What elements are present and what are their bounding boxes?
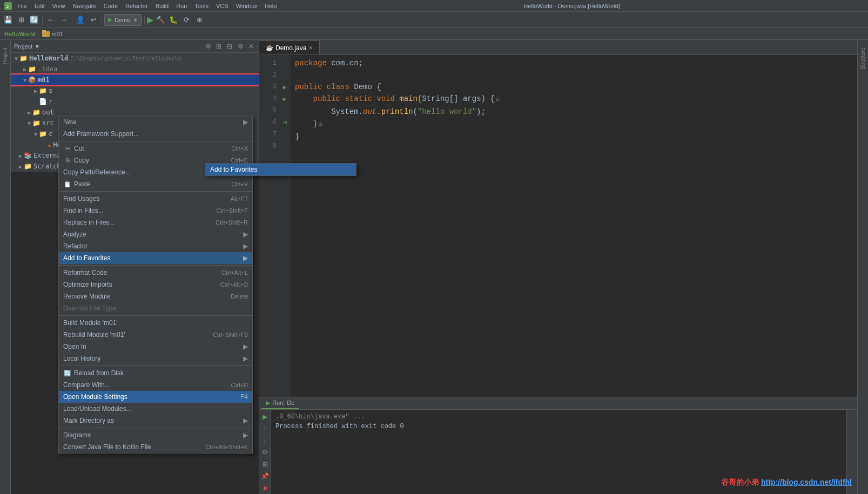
ctx-reload-label: Reload from Disk	[74, 369, 124, 377]
menu-vcs[interactable]: VCS	[213, 2, 232, 10]
code-content[interactable]: package com.cn; public class Demo { publ…	[291, 55, 857, 397]
panel-title: Project ▼	[14, 43, 201, 50]
ctx-open-module-settings[interactable]: Open Module Settings F4	[59, 391, 252, 403]
tree-root[interactable]: ▼ 📁 HelloWorld E:\Dropbox\phoenix\Test\H…	[11, 53, 259, 64]
menu-tools[interactable]: Tools	[191, 2, 212, 10]
bottom-tab-run[interactable]: ▶ Run: De	[261, 397, 299, 409]
layout-btn[interactable]: ⊞	[260, 459, 270, 469]
ctx-open-module-settings-label: Open Module Settings	[63, 393, 127, 401]
panel-expand-icon[interactable]: ⊞	[214, 42, 223, 51]
tab-demo-java[interactable]: ☕ Demo.java ✕	[259, 40, 320, 55]
panel-gear-icon[interactable]: ⚙	[204, 42, 212, 51]
project-strip-btn[interactable]: Project	[2, 48, 8, 64]
menu-file[interactable]: File	[14, 2, 30, 10]
ctx-reformat[interactable]: Reformat Code Ctrl+Alt+L	[59, 267, 252, 279]
menu-navigate[interactable]: Navigate	[69, 2, 99, 10]
panel-close-icon[interactable]: ✕	[247, 42, 255, 51]
ctx-open-in[interactable]: Open In ▶	[59, 341, 252, 353]
ctx-diagrams[interactable]: Diagrams ▶	[59, 429, 252, 441]
profile-btn[interactable]: 👤	[75, 14, 86, 26]
build-btn[interactable]: 🔨	[154, 14, 166, 26]
debug-btn[interactable]: 🐛	[167, 14, 179, 26]
submenu-add-favorites[interactable]: Add to Favorites	[206, 164, 356, 175]
ctx-local-history[interactable]: Local History ▶	[59, 353, 252, 364]
run-arrow-3[interactable]: ▶	[281, 81, 288, 93]
menu-code[interactable]: Code	[100, 2, 121, 10]
ctx-replace-files[interactable]: Replace in Files... Ctrl+Shift+R	[59, 216, 252, 228]
ctx-rebuild-module[interactable]: Rebuild Module 'm01' Ctrl+Shift+F9	[59, 329, 252, 341]
ctx-add-framework[interactable]: Add Framework Support...	[59, 128, 252, 140]
run-again-btn[interactable]: ▶	[260, 412, 270, 422]
ctx-new[interactable]: New ▶	[59, 116, 252, 128]
app-icon: J	[4, 2, 12, 10]
m01-arrow-icon: ▼	[22, 77, 28, 83]
ctx-add-favorites[interactable]: Add to Favorites ▶	[59, 252, 252, 264]
breadcrumb-module[interactable]: m01	[52, 31, 63, 37]
bottom-tabs: ▶ Run: De	[259, 397, 857, 410]
menu-view[interactable]: View	[49, 2, 69, 10]
out-folder-icon: 📁	[32, 109, 41, 116]
menu-run[interactable]: Run	[173, 2, 190, 10]
ctx-compare[interactable]: Compare With... Ctrl+D	[59, 379, 252, 391]
run-button[interactable]: ▶	[147, 15, 153, 25]
refresh-btn[interactable]: 🔄	[28, 14, 40, 26]
watermark-text: 谷哥的小弟	[721, 478, 761, 486]
structure-label[interactable]: Structure	[860, 48, 866, 70]
ctx-paste[interactable]: 📋 Paste Ctrl+V	[59, 178, 252, 190]
extra-btn1[interactable]: ⟳	[180, 14, 192, 26]
tree-m01[interactable]: ▼ 📦 m01	[11, 75, 259, 85]
menu-build[interactable]: Build	[152, 2, 172, 10]
panel-collapse-icon[interactable]: ⊟	[225, 42, 234, 51]
s-arrow-icon: ▶	[32, 88, 39, 94]
panel-settings-icon[interactable]: ⚙	[236, 42, 245, 51]
ctx-find-files-label: Find in Files...	[63, 207, 104, 214]
menu-window[interactable]: Window	[233, 2, 260, 10]
sync-btn[interactable]: ⊞	[15, 14, 27, 26]
save-all-btn[interactable]: 💾	[2, 14, 14, 26]
gutter-7	[281, 128, 288, 140]
svg-text:J: J	[6, 4, 9, 9]
menu-edit[interactable]: Edit	[31, 2, 48, 10]
tree-r[interactable]: ▶ 📄 r	[11, 96, 259, 107]
menu-help[interactable]: Help	[261, 2, 280, 10]
out-arrow-icon: ▶	[26, 110, 32, 116]
ctx-find-files[interactable]: Find in Files... Ctrl+Shift+F	[59, 205, 252, 216]
ctx-optimize[interactable]: Optimize Imports Ctrl+Alt+O	[59, 279, 252, 290]
ctx-build-module[interactable]: Build Module 'm01'	[59, 317, 252, 329]
tab-close-icon[interactable]: ✕	[308, 45, 313, 51]
ctx-reload[interactable]: 🔄 Reload from Disk	[59, 367, 252, 379]
tree-r-label: r	[49, 98, 52, 105]
undo-btn[interactable]: ↩	[88, 14, 99, 26]
ctx-mark-dir[interactable]: Mark Directory as ▶	[59, 415, 252, 427]
ctx-rebuild-module-label: Rebuild Module 'm01'	[63, 331, 125, 339]
tree-c-label: c	[49, 130, 52, 138]
scroll-up-btn[interactable]: ↑	[260, 424, 270, 434]
extra-btn2[interactable]: ⊕	[193, 14, 205, 26]
breadcrumb-project[interactable]: HelloWorld	[4, 31, 36, 37]
project-panel-container: Project ▼ ⚙ ⊞ ⊟ ⚙ ✕ ▼ 📁 HelloWorld E:\Dr…	[11, 40, 259, 494]
pin-btn[interactable]: 📌	[260, 471, 270, 481]
menu-refactor[interactable]: Refactor	[122, 2, 151, 10]
ctx-find-usages[interactable]: Find Usages Alt+F7	[59, 193, 252, 205]
ctx-cut[interactable]: ✂ Cut Ctrl+X	[59, 143, 252, 154]
ctx-remove-module-label: Remove Module	[63, 293, 110, 300]
toolbar: 💾 ⊞ 🔄 ← → 👤 ↩ ▶ Demo ▼ ▶ 🔨 🐛 ⟳ ⊕	[0, 12, 868, 28]
ctx-add-framework-label: Add Framework Support...	[63, 130, 139, 138]
ctx-refactor[interactable]: Refactor ▶	[59, 240, 252, 252]
tree-s[interactable]: ▶ 📁 s	[11, 85, 259, 96]
ctx-convert-kotlin[interactable]: Convert Java File to Kotlin File Ctrl+Al…	[59, 441, 252, 453]
ctx-remove-module[interactable]: Remove Module Delete	[59, 290, 252, 302]
forward-btn[interactable]: →	[58, 14, 70, 26]
gutter-6: ⊟	[281, 117, 288, 128]
external-arrow-icon: ▶	[17, 153, 24, 159]
tree-idea[interactable]: ▶ 📁 .idea	[11, 64, 259, 75]
ctx-analyze[interactable]: Analyze ▶	[59, 228, 252, 240]
s-folder-icon: 📁	[39, 87, 47, 94]
gear-btn[interactable]: ⚙	[260, 448, 270, 457]
scroll-down-btn[interactable]: ↓	[260, 436, 270, 445]
run-config-dropdown[interactable]: ▶ Demo ▼	[104, 14, 142, 26]
run-arrow-4[interactable]: ▶	[281, 93, 288, 105]
stop-btn[interactable]: ■	[260, 483, 270, 493]
back-btn[interactable]: ←	[45, 14, 57, 26]
ctx-load-unload[interactable]: Load/Unload Modules...	[59, 403, 252, 415]
